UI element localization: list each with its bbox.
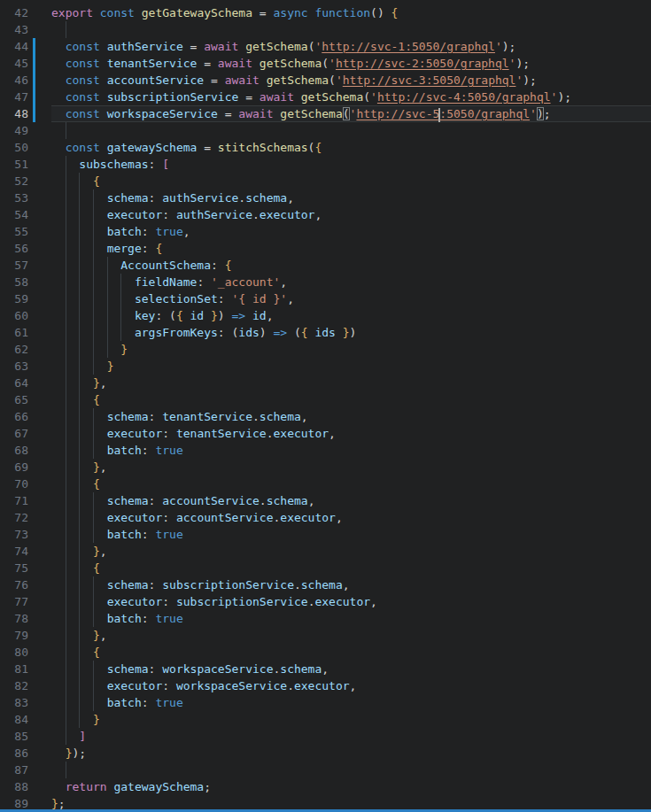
line-number[interactable]: 43: [0, 21, 28, 38]
modified-indicator[interactable]: [33, 89, 35, 105]
code-line[interactable]: 55 batch: true,: [0, 223, 651, 240]
code-line[interactable]: 79 },: [0, 627, 651, 644]
code-line[interactable]: 83 batch: true: [0, 694, 651, 711]
line-number[interactable]: 48: [0, 105, 28, 122]
line-number[interactable]: 75: [0, 560, 28, 576]
modified-indicator[interactable]: [33, 72, 35, 89]
code-line[interactable]: 52 {: [0, 173, 651, 189]
code-line[interactable]: 44 const authService = await getSchema('…: [0, 38, 651, 55]
code-line[interactable]: 43: [0, 21, 651, 38]
code-line[interactable]: 59 selectionSet: '{ id }',: [0, 290, 651, 307]
code-line[interactable]: 65 {: [0, 391, 651, 408]
code-line[interactable]: 60 key: ({ id }) => id,: [0, 307, 651, 324]
code-line[interactable]: 48 const workspaceService = await getSch…: [0, 105, 651, 122]
code-line[interactable]: 53 schema: authService.schema,: [0, 189, 651, 206]
line-number[interactable]: 53: [0, 189, 28, 206]
line-number[interactable]: 79: [0, 627, 28, 644]
code-line[interactable]: 82 executor: workspaceService.executor,: [0, 677, 651, 694]
line-number[interactable]: 73: [0, 526, 28, 543]
line-number[interactable]: 78: [0, 610, 28, 627]
line-number[interactable]: 87: [0, 762, 28, 778]
code-line[interactable]: 73 batch: true: [0, 526, 651, 543]
code-line[interactable]: 56 merge: {: [0, 240, 651, 257]
code-line[interactable]: 47 const subscriptionService = await get…: [0, 89, 651, 105]
line-number[interactable]: 72: [0, 509, 28, 526]
code-line[interactable]: 49: [0, 122, 651, 139]
code-line[interactable]: 63 }: [0, 358, 651, 375]
line-number[interactable]: 66: [0, 408, 28, 425]
line-number[interactable]: 74: [0, 543, 28, 560]
line-number[interactable]: 77: [0, 593, 28, 610]
code-line[interactable]: 81 schema: workspaceService.schema,: [0, 661, 651, 677]
line-number[interactable]: 50: [0, 139, 28, 156]
line-number[interactable]: 69: [0, 459, 28, 476]
line-number[interactable]: 70: [0, 476, 28, 492]
line-number[interactable]: 59: [0, 290, 28, 307]
code-line[interactable]: 62 }: [0, 341, 651, 358]
code-line[interactable]: 70 {: [0, 476, 651, 492]
line-number[interactable]: 49: [0, 122, 28, 139]
code-line[interactable]: 78 batch: true: [0, 610, 651, 627]
code-editor[interactable]: 42export const getGatewaySchema = async …: [0, 0, 651, 812]
code-line[interactable]: 85 ]: [0, 728, 651, 745]
code-line[interactable]: 72 executor: accountService.executor,: [0, 509, 651, 526]
line-number[interactable]: 46: [0, 72, 28, 89]
code-line[interactable]: 77 executor: subscriptionService.executo…: [0, 593, 651, 610]
code-line[interactable]: 46 const accountService = await getSchem…: [0, 72, 651, 89]
code-line[interactable]: 76 schema: subscriptionService.schema,: [0, 576, 651, 593]
code-line[interactable]: 80 {: [0, 644, 651, 661]
modified-indicator[interactable]: [33, 38, 35, 55]
line-number[interactable]: 60: [0, 307, 28, 324]
code-line[interactable]: 75 {: [0, 560, 651, 576]
code-line[interactable]: 68 batch: true: [0, 442, 651, 459]
line-number[interactable]: 45: [0, 55, 28, 72]
line-number[interactable]: 47: [0, 89, 28, 105]
line-number[interactable]: 88: [0, 778, 28, 795]
code-line[interactable]: 64 },: [0, 375, 651, 391]
code-line[interactable]: 54 executor: authService.executor,: [0, 206, 651, 223]
line-number[interactable]: 57: [0, 257, 28, 274]
code-line[interactable]: 67 executor: tenantService.executor,: [0, 425, 651, 442]
line-number[interactable]: 76: [0, 576, 28, 593]
code-line[interactable]: 58 fieldName: '_account',: [0, 274, 651, 290]
line-number[interactable]: 58: [0, 274, 28, 290]
code-line[interactable]: 87: [0, 762, 651, 778]
code-line[interactable]: 57 AccountSchema: {: [0, 257, 651, 274]
line-number[interactable]: 67: [0, 425, 28, 442]
line-number[interactable]: 68: [0, 442, 28, 459]
line-number[interactable]: 63: [0, 358, 28, 375]
line-number[interactable]: 65: [0, 391, 28, 408]
line-number[interactable]: 84: [0, 711, 28, 728]
code-line[interactable]: 86 });: [0, 745, 651, 762]
line-number[interactable]: 81: [0, 661, 28, 677]
line-number[interactable]: 51: [0, 156, 28, 173]
code-line[interactable]: 45 const tenantService = await getSchema…: [0, 55, 651, 72]
line-number[interactable]: 82: [0, 677, 28, 694]
code-line[interactable]: 84 }: [0, 711, 651, 728]
code-line[interactable]: 69 },: [0, 459, 651, 476]
code-line[interactable]: 66 schema: tenantService.schema,: [0, 408, 651, 425]
code-line[interactable]: 71 schema: accountService.schema,: [0, 492, 651, 509]
modified-indicator[interactable]: [33, 55, 35, 72]
line-number[interactable]: 42: [0, 4, 28, 21]
line-number[interactable]: 85: [0, 728, 28, 745]
line-number[interactable]: 55: [0, 223, 28, 240]
code-line[interactable]: 61 argsFromKeys: (ids) => ({ ids }): [0, 324, 651, 341]
code-line[interactable]: 42export const getGatewaySchema = async …: [0, 4, 651, 21]
code-line[interactable]: 51 subschemas: [: [0, 156, 651, 173]
code-line[interactable]: 50 const gatewaySchema = stitchSchemas({: [0, 139, 651, 156]
line-number[interactable]: 62: [0, 341, 28, 358]
code-line[interactable]: 74 },: [0, 543, 651, 560]
modified-indicator[interactable]: [33, 105, 35, 122]
line-number[interactable]: 64: [0, 375, 28, 391]
line-number[interactable]: 52: [0, 173, 28, 189]
line-number[interactable]: 83: [0, 694, 28, 711]
line-number[interactable]: 80: [0, 644, 28, 661]
code-line[interactable]: 88 return gatewaySchema;: [0, 778, 651, 795]
line-number[interactable]: 56: [0, 240, 28, 257]
line-number[interactable]: 44: [0, 38, 28, 55]
line-number[interactable]: 61: [0, 324, 28, 341]
line-number[interactable]: 71: [0, 492, 28, 509]
line-number[interactable]: 86: [0, 745, 28, 762]
line-number[interactable]: 54: [0, 206, 28, 223]
